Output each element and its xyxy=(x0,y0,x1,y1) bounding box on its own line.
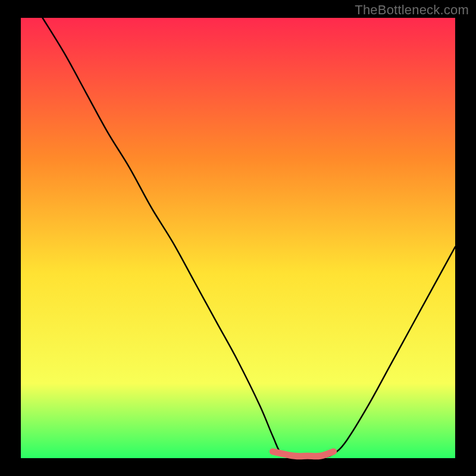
chart-svg xyxy=(0,0,476,476)
gradient-background xyxy=(21,18,455,458)
chart-container: { "watermark": { "text": "TheBottleneck.… xyxy=(0,0,476,476)
watermark-text: TheBottleneck.com xyxy=(355,2,469,18)
